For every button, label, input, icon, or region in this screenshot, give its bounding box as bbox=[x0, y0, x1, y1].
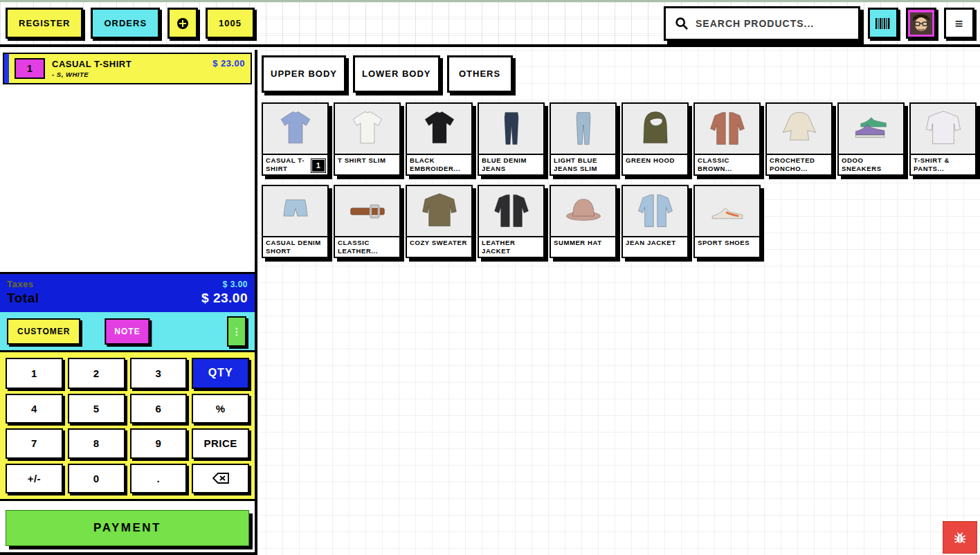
product-card[interactable]: CASUAL DENIM SHORT bbox=[262, 185, 329, 258]
shorts-icon bbox=[263, 186, 327, 236]
line-text: CASUAL T-SHIRT- S, WHITE bbox=[52, 59, 131, 78]
taxes-value: $ 3.00 bbox=[223, 280, 248, 289]
product-name: ODOO SNEAKERS bbox=[839, 154, 903, 174]
product-card[interactable]: CLASSIC LEATHER... bbox=[334, 185, 401, 258]
product-card[interactable]: BLUE DENIM JEANS bbox=[478, 102, 545, 176]
product-card[interactable]: COZY SWEATER bbox=[406, 185, 473, 258]
product-card[interactable]: LEATHER JACKET bbox=[478, 185, 545, 258]
product-name: CLASSIC BROWN... bbox=[695, 154, 759, 174]
new-order-button[interactable] bbox=[167, 8, 198, 39]
numpad-key-7[interactable]: 7 bbox=[6, 428, 63, 459]
product-name: BLUE DENIM JEANS bbox=[479, 154, 543, 174]
plus-circle-icon bbox=[176, 17, 189, 30]
barcode-icon bbox=[875, 18, 891, 29]
user-avatar-button[interactable] bbox=[906, 8, 936, 39]
poncho-icon bbox=[767, 104, 831, 154]
more-actions-button[interactable]: ⋮ bbox=[227, 316, 246, 347]
hat-icon bbox=[551, 186, 615, 236]
product-name: CASUAL DENIM SHORT bbox=[263, 236, 327, 257]
top-bar: REGISTER ORDERS 1005 ≡ bbox=[0, 2, 980, 47]
product-card[interactable]: CLASSIC BROWN... bbox=[693, 102, 761, 176]
line-qty-badge: 1 bbox=[15, 58, 45, 79]
order-totals: Taxes $ 3.00 Total $ 23.00 bbox=[0, 274, 255, 312]
numpad-key-8[interactable]: 8 bbox=[68, 428, 125, 459]
customer-button[interactable]: CUSTOMER bbox=[7, 318, 80, 345]
product-card[interactable]: LIGHT BLUE JEANS SLIM bbox=[550, 102, 617, 176]
order-line[interactable]: 1CASUAL T-SHIRT- S, WHITE$ 23.00 bbox=[3, 53, 252, 84]
product-name: LIGHT BLUE JEANS SLIM bbox=[551, 154, 615, 174]
avatar bbox=[910, 12, 932, 35]
numpad-key-9[interactable]: 9 bbox=[130, 428, 188, 459]
menu-button[interactable]: ≡ bbox=[944, 8, 974, 39]
numpad-key-1[interactable]: 1 bbox=[6, 358, 63, 389]
product-card[interactable]: T-SHIRT & PANTS... bbox=[909, 102, 977, 176]
numpad-key-0[interactable]: 0 bbox=[68, 464, 125, 494]
barcode-button[interactable] bbox=[868, 8, 898, 39]
product-card[interactable]: CASUAL T-SHIRT1 bbox=[262, 102, 329, 176]
product-card[interactable]: CROCHETED PONCHO... bbox=[765, 102, 833, 176]
product-name: BLACK EMBROIDER... bbox=[407, 154, 471, 174]
product-qty-badge: 1 bbox=[311, 159, 325, 172]
product-name: SUMMER HAT bbox=[551, 236, 615, 257]
category-row: UPPER BODYLOWER BODYOTHERS bbox=[262, 50, 980, 93]
hood-icon bbox=[623, 104, 687, 154]
order-number-button[interactable]: 1005 bbox=[206, 8, 255, 39]
numpad: 123QTY456%789PRICE+/-0. bbox=[0, 350, 255, 501]
numpad-key--[interactable]: . bbox=[130, 464, 188, 494]
shoe-icon bbox=[695, 186, 759, 236]
product-name: T SHIRT SLIM bbox=[335, 154, 399, 174]
category-upper-body[interactable]: UPPER BODY bbox=[262, 55, 346, 93]
debug-button[interactable] bbox=[943, 521, 977, 554]
product-card[interactable]: GREEN HOOD bbox=[621, 102, 689, 176]
product-card[interactable]: BLACK EMBROIDER... bbox=[406, 102, 473, 176]
product-card[interactable]: T SHIRT SLIM bbox=[334, 102, 401, 176]
jacket-icon bbox=[695, 104, 759, 154]
jacket-icon bbox=[479, 186, 543, 236]
product-name: COZY SWEATER bbox=[407, 236, 471, 257]
product-name: CLASSIC LEATHER... bbox=[335, 236, 399, 257]
order-line-body: 1CASUAL T-SHIRT- S, WHITE$ 23.00 bbox=[9, 54, 251, 83]
sweater-icon bbox=[407, 186, 471, 236]
product-card[interactable]: JEAN JACKET bbox=[621, 185, 689, 258]
search-icon bbox=[675, 17, 689, 30]
product-name: CASUAL T-SHIRT1 bbox=[263, 154, 327, 174]
orders-button[interactable]: ORDERS bbox=[91, 8, 160, 39]
numpad-key-price[interactable]: PRICE bbox=[192, 428, 249, 459]
line-variant: - S, WHITE bbox=[52, 71, 131, 78]
product-name: CROCHETED PONCHO... bbox=[767, 154, 831, 174]
line-price: $ 23.00 bbox=[212, 58, 245, 69]
numpad-key--[interactable]: +/- bbox=[6, 464, 63, 494]
payment-button[interactable]: PAYMENT bbox=[6, 510, 249, 546]
numpad-key--[interactable]: % bbox=[192, 394, 249, 424]
search-input[interactable] bbox=[696, 18, 849, 29]
menu-icon: ≡ bbox=[955, 17, 964, 30]
numpad-key-qty[interactable]: QTY bbox=[192, 358, 249, 389]
product-card[interactable]: SPORT SHOES bbox=[693, 185, 761, 258]
product-name: SPORT SHOES bbox=[695, 236, 759, 257]
numpad-key-5[interactable]: 5 bbox=[68, 394, 125, 424]
product-name: JEAN JACKET bbox=[623, 236, 687, 257]
taxes-row: Taxes $ 3.00 bbox=[7, 279, 248, 289]
numpad-key-2[interactable]: 2 bbox=[68, 358, 125, 389]
tshirt-icon bbox=[263, 104, 327, 154]
category-lower-body[interactable]: LOWER BODY bbox=[353, 55, 440, 93]
line-product-name: CASUAL T-SHIRT bbox=[52, 59, 131, 69]
note-button[interactable]: NOTE bbox=[105, 318, 149, 345]
tshirt-icon bbox=[335, 104, 399, 154]
order-panel: 1CASUAL T-SHIRT- S, WHITE$ 23.00 Taxes $… bbox=[0, 50, 257, 555]
pants-icon bbox=[551, 104, 615, 154]
numpad-backspace-key[interactable] bbox=[192, 464, 249, 494]
numpad-key-3[interactable]: 3 bbox=[130, 358, 188, 389]
taxes-label: Taxes bbox=[7, 279, 33, 289]
register-button[interactable]: REGISTER bbox=[6, 8, 83, 39]
numpad-key-6[interactable]: 6 bbox=[130, 394, 188, 424]
numpad-key-4[interactable]: 4 bbox=[6, 394, 63, 424]
product-card[interactable]: SUMMER HAT bbox=[550, 185, 617, 258]
product-card[interactable]: ODOO SNEAKERS bbox=[837, 102, 905, 176]
category-others[interactable]: OTHERS bbox=[447, 55, 513, 93]
search-box[interactable] bbox=[664, 6, 860, 41]
total-row: Total $ 23.00 bbox=[7, 291, 248, 306]
tshirt-icon bbox=[407, 104, 471, 154]
product-name: GREEN HOOD bbox=[623, 154, 687, 174]
pants-icon bbox=[479, 104, 543, 154]
